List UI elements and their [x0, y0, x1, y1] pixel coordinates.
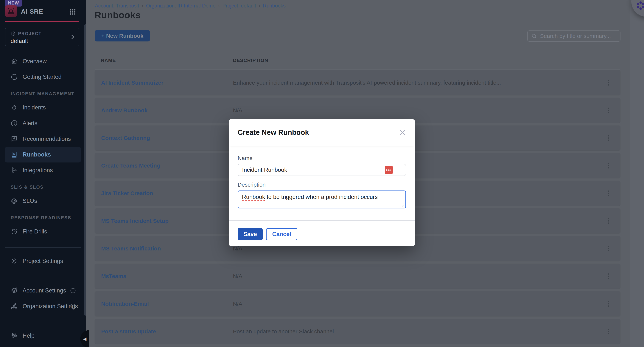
runbook-name-link[interactable]: AI Incident Summarizer	[101, 80, 163, 86]
kebab-menu-icon[interactable]	[604, 105, 612, 116]
sidebar-item-label: SLOs	[22, 198, 37, 204]
sidebar-scrollbar[interactable]	[84, 24, 86, 316]
runbook-name-link[interactable]: MsTeams	[101, 273, 126, 279]
project-selector[interactable]: PROJECT default	[5, 28, 79, 46]
runbook-name-link[interactable]: Jira Ticket Creation	[101, 190, 153, 196]
sidebar-divider	[5, 277, 81, 277]
sidebar-item-integrations[interactable]: Integrations	[0, 162, 86, 178]
sidebar-divider	[0, 321, 86, 322]
description-label: Description	[238, 182, 406, 188]
breadcrumb-link[interactable]: Project: default	[222, 3, 256, 9]
kebab-menu-icon[interactable]	[604, 271, 612, 281]
page-title: Runbooks	[94, 10, 141, 21]
recommendations-icon	[11, 135, 18, 143]
help-icon	[11, 332, 18, 339]
sidebar-item-label: Help	[22, 332, 34, 339]
flower-icon	[636, 1, 644, 11]
description-text: to be triggered when a prod incident occ…	[265, 194, 378, 200]
sidebar-item-label: Runbooks	[22, 151, 51, 158]
sidebar-divider	[5, 247, 81, 248]
project-value: default	[11, 38, 28, 45]
name-label: Name	[238, 155, 406, 161]
sidebar-item-fire-drills[interactable]: Fire Drills	[0, 224, 86, 239]
sidebar-item-runbooks[interactable]: Runbooks	[5, 147, 81, 162]
kebab-menu-icon[interactable]	[604, 188, 612, 199]
chevron-right-icon	[70, 34, 76, 40]
sidebar-item-label: Organization Settings	[22, 303, 78, 310]
breadcrumb-link[interactable]: Account: Transposit	[95, 3, 139, 9]
kebab-menu-icon[interactable]	[604, 160, 612, 171]
kebab-menu-icon[interactable]	[604, 216, 612, 226]
runbook-name-link[interactable]: Andrew Runbook	[101, 107, 148, 114]
runbook-name-link[interactable]: Notification-Email	[101, 301, 149, 307]
breadcrumb-link[interactable]: Organization: IR Internal Demo	[146, 3, 216, 9]
kebab-menu-icon[interactable]	[604, 133, 612, 143]
modal-body: Name Description Runbook to be triggered…	[229, 146, 415, 208]
table-row: MsTeamsN/A	[95, 264, 620, 288]
sidebar-item-project-settings[interactable]: Project Settings	[0, 253, 86, 269]
collapse-arrow-icon: ◀	[83, 336, 86, 341]
sidebar-item-account-settings[interactable]: Account Settings	[0, 283, 86, 298]
sidebar-item-incidents[interactable]: Incidents	[0, 100, 86, 115]
search-input[interactable]	[537, 31, 620, 41]
create-runbook-modal: Create New Runbook Name Description Runb…	[229, 119, 415, 246]
resize-handle[interactable]	[401, 203, 404, 207]
cancel-button[interactable]: Cancel	[266, 228, 297, 240]
progress-circle-icon	[11, 73, 18, 81]
page-scrollbar-gutter[interactable]	[630, 0, 644, 347]
sidebar-nav: OverviewGetting StartedINCIDENT MANAGEME…	[0, 53, 86, 344]
target-icon	[11, 197, 18, 204]
alarm-clock-icon	[11, 228, 18, 235]
breadcrumb-separator: ›	[142, 3, 143, 9]
runbook-description-textarea[interactable]: Runbook to be triggered when a prod inci…	[238, 190, 406, 208]
runbook-name-link[interactable]: MS Teams Notification	[101, 245, 161, 252]
flame-icon	[11, 104, 18, 111]
breadcrumb-link[interactable]: Runbooks	[263, 3, 286, 9]
onepassword-autofill-icon[interactable]	[385, 166, 393, 174]
runbook-name-link[interactable]: Post a status update	[101, 328, 156, 335]
sidebar-item-slos[interactable]: SLOs	[0, 193, 86, 209]
siren-icon	[7, 7, 15, 16]
info-icon[interactable]	[70, 287, 76, 294]
column-header-description: DESCRIPTION	[233, 58, 268, 63]
kebab-menu-icon[interactable]	[604, 326, 612, 337]
sidebar-item-help[interactable]: Help	[0, 328, 86, 344]
runbook-icon	[11, 151, 18, 158]
gear-icon	[11, 257, 18, 265]
sidebar-item-label: Integrations	[22, 167, 53, 174]
sidebar-item-label: Incidents	[22, 104, 46, 111]
sidebar-item-organization-settings[interactable]: Organization Settings	[0, 298, 86, 314]
runbook-name-link[interactable]: MS Teams Incident Setup	[101, 218, 168, 224]
modal-footer: Save Cancel	[229, 220, 415, 248]
kebab-menu-icon[interactable]	[604, 78, 612, 88]
kebab-menu-icon[interactable]	[604, 299, 612, 309]
sidebar-item-recommendations[interactable]: Recommendations	[0, 131, 86, 147]
column-header-name: NAME	[101, 58, 116, 63]
info-icon[interactable]	[70, 303, 76, 309]
cube-icon	[11, 31, 16, 36]
text-caret	[378, 194, 378, 200]
runbook-name-link[interactable]: Context Gathering	[101, 135, 150, 141]
runbook-name-link[interactable]: Create Teams Meeting	[101, 162, 160, 169]
save-button[interactable]: Save	[238, 228, 263, 240]
modal-header: Create New Runbook	[229, 119, 415, 146]
sidebar-item-overview[interactable]: Overview	[0, 53, 86, 69]
runbook-name-input[interactable]	[238, 164, 406, 176]
search-box	[527, 31, 620, 42]
table-row: Notification-EmailN/A	[95, 291, 620, 316]
kebab-menu-icon[interactable]	[604, 243, 612, 254]
new-runbook-button[interactable]: + New Runbook	[95, 30, 150, 42]
runbook-description: Post an update to another Slack channel.	[233, 328, 336, 335]
sidebar-item-getting-started[interactable]: Getting Started	[0, 69, 86, 85]
sidebar-section-heading: SLIS & SLOS	[0, 181, 86, 193]
project-label: PROJECT	[18, 31, 42, 36]
close-icon[interactable]	[398, 128, 407, 137]
app-grid-icon[interactable]	[69, 8, 77, 16]
home-icon	[11, 58, 18, 65]
app-logo	[5, 5, 17, 17]
misspelled-word: Runbook	[242, 194, 265, 201]
runbook-description: Enhance your incident management with Tr…	[233, 80, 501, 86]
sidebar-item-alerts[interactable]: Alerts	[0, 115, 86, 131]
sidebar-section-heading: RESPONSE READINESS	[0, 212, 86, 224]
table-row: Post a status updatePost an update to an…	[95, 319, 620, 344]
